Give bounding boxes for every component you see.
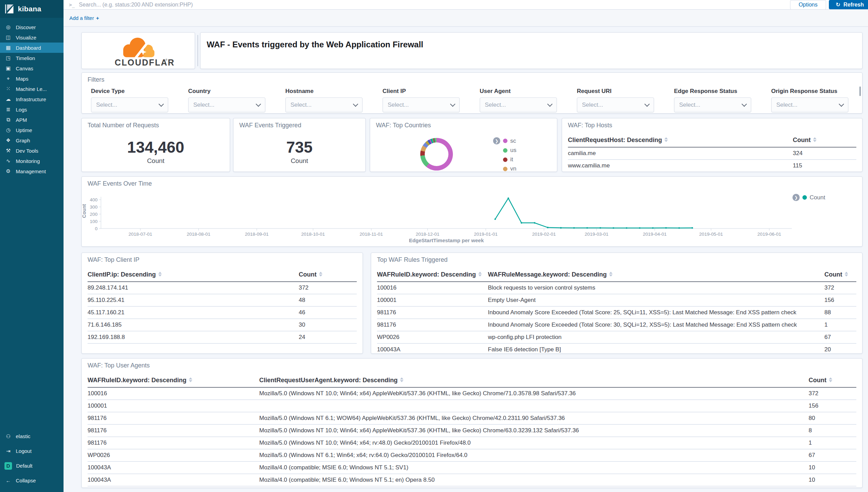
data-point[interactable] [494, 218, 496, 220]
sidebar-item-default[interactable]: DDefault [0, 458, 64, 473]
data-point[interactable] [678, 227, 680, 229]
sidebar-item-elastic[interactable]: ⚇elastic [0, 429, 64, 444]
search-input[interactable]: >_ Search... (e.g. status:200 AND extens… [64, 2, 790, 8]
refresh-button[interactable]: ↻ Refresh [829, 0, 868, 9]
sidebar-item-visualize[interactable]: ◫Visualize [0, 32, 64, 43]
sidebar-item-discover[interactable]: ◎Discover [0, 22, 64, 32]
legend-item-it[interactable]: it [493, 156, 516, 163]
table-row[interactable]: 981176Mozilla/5.0 (Windows NT 10.0; Win6… [88, 425, 856, 437]
table-row[interactable]: 100016Mozilla/5.0 (Windows NT 10.0; Win6… [88, 388, 856, 400]
table-row[interactable]: 100043AMozilla/4.0 (compatible; MSIE 6.0… [88, 462, 856, 474]
data-point[interactable] [639, 227, 641, 229]
data-point[interactable] [613, 227, 614, 229]
table-row[interactable]: 981176Mozilla/5.0 (Windows NT 6.1; WOW64… [88, 412, 856, 425]
table-row[interactable]: 100001Empty User-Agent156 [377, 294, 856, 307]
sidebar-item-graph[interactable]: ❖Graph [0, 135, 64, 145]
sort-icon[interactable] [400, 377, 403, 382]
table-row[interactable]: 95.110.225.4148 [88, 294, 357, 307]
events-line-chart[interactable]: 01002003004002018-07-012018-08-012018-09… [82, 177, 861, 247]
column-header[interactable]: WAFRuleID.keyword: Descending [377, 271, 488, 278]
table-row[interactable]: 100043AMozilla/4.0 (compatible; MSIE 6.0… [88, 474, 856, 487]
column-header[interactable]: WAFRuleID.keyword: Descending [88, 377, 259, 384]
countries-donut-chart[interactable] [420, 138, 453, 171]
sidebar-item-infrastructure[interactable]: ☁Infrastructure [0, 94, 64, 104]
column-header[interactable]: Count [809, 377, 856, 384]
column-header[interactable]: ClientIP.ip: Descending [88, 271, 299, 278]
filter-select-edge-response-status[interactable]: Select... [674, 97, 751, 113]
table-row[interactable]: WP0026Mozilla/5.0 (Windows NT 6.1; Win64… [88, 449, 856, 462]
sidebar-item-logout[interactable]: ⇥Logout [0, 444, 64, 458]
sidebar-item-machine-le[interactable]: ⁙Machine Le... [0, 84, 64, 94]
filter-select-country[interactable]: Select... [188, 97, 265, 113]
sort-icon[interactable] [158, 272, 162, 277]
options-button[interactable]: Options [790, 0, 826, 10]
add-filter-link[interactable]: Add a filter [69, 15, 94, 21]
sort-icon[interactable] [319, 272, 322, 277]
legend-label[interactable]: Count [810, 194, 825, 201]
sidebar-item-maps[interactable]: ⌖Maps [0, 73, 64, 84]
data-point[interactable] [534, 222, 536, 224]
data-point[interactable] [599, 227, 601, 229]
data-point[interactable] [665, 227, 667, 229]
legend-item-vn[interactable]: vn [493, 165, 516, 172]
sort-icon[interactable] [813, 137, 816, 142]
column-header[interactable]: ClientRequestUserAgent.keyword: Descendi… [259, 377, 809, 384]
data-point[interactable] [626, 227, 628, 229]
legend-expand-icon[interactable]: ❯ [493, 137, 500, 144]
sidebar-item-timelion[interactable]: ◳Timelion [0, 53, 64, 63]
column-header[interactable]: WAFRuleMessage.keyword: Descending [488, 271, 824, 278]
legend-item-sc[interactable]: ❯sc [493, 137, 516, 144]
data-point[interactable] [692, 227, 693, 229]
table-row[interactable]: 981176Inbound Anomaly Score Exceeded (To… [377, 319, 856, 331]
table-row[interactable]: 100016Block requests to version control … [377, 282, 856, 294]
sidebar-item-uptime[interactable]: ◷Uptime [0, 125, 64, 135]
filter-select-client-ip[interactable]: Select... [382, 97, 460, 113]
sort-icon[interactable] [829, 377, 832, 382]
column-header[interactable]: ClientRequestHost: Descending [568, 137, 793, 144]
table-row[interactable]: 981176Inbound Anomaly Score Exceeded (To… [377, 307, 856, 319]
sort-icon[interactable] [845, 272, 848, 277]
column-header[interactable]: Count [299, 271, 357, 278]
data-point[interactable] [652, 227, 654, 229]
data-point[interactable] [560, 227, 562, 229]
add-filter-plus-icon[interactable]: + [96, 15, 99, 21]
kibana-logo-row[interactable]: kibana [0, 0, 64, 18]
sidebar-item-collapse[interactable]: ←Collapse [0, 473, 64, 488]
sidebar-item-management[interactable]: ⚙Management [0, 166, 64, 176]
table-row[interactable]: 71.6.146.18530 [88, 319, 357, 331]
table-row[interactable]: www.camilia.me115 [568, 160, 856, 172]
filters-scrollbar[interactable] [859, 86, 861, 96]
table-row[interactable]: WP0026wp-config.php LFI protection67 [377, 331, 856, 344]
filter-select-user-agent[interactable]: Select... [480, 97, 557, 113]
line-series-count[interactable] [495, 198, 692, 228]
sidebar-item-logs[interactable]: ≣Logs [0, 104, 64, 115]
table-row[interactable]: 100001156 [88, 400, 856, 412]
data-point[interactable] [521, 222, 522, 224]
sidebar-item-canvas[interactable]: ▣Canvas [0, 63, 64, 73]
sort-icon[interactable] [189, 377, 192, 382]
table-row[interactable]: camilia.me324 [568, 148, 856, 160]
sidebar-item-monitoring[interactable]: ∿Monitoring [0, 156, 64, 166]
filter-select-device-type[interactable]: Select... [91, 97, 168, 113]
data-point[interactable] [507, 198, 509, 199]
data-point[interactable] [586, 227, 588, 229]
sort-icon[interactable] [609, 272, 613, 277]
table-row[interactable]: 100043AFalse IE6 detection [Type B]20 [377, 344, 856, 354]
filter-select-request-uri[interactable]: Select... [577, 97, 654, 113]
data-point[interactable] [573, 227, 575, 229]
legend-item-us[interactable]: us [493, 147, 516, 154]
table-row[interactable]: 89.248.174.141372 [88, 282, 357, 294]
table-row[interactable]: 981176Mozilla/5.0 (Windows NT 10.0; Win6… [88, 437, 856, 449]
sidebar-item-dev-tools[interactable]: ⚒Dev Tools [0, 145, 64, 156]
filter-select-hostname[interactable]: Select... [285, 97, 363, 113]
legend-expand-icon[interactable]: ❯ [792, 194, 800, 201]
sort-icon[interactable] [478, 272, 482, 277]
sidebar-item-apm[interactable]: ⧉APM [0, 115, 64, 125]
column-header[interactable]: Count [793, 137, 856, 144]
table-row[interactable]: 192.169.188.824 [88, 331, 357, 344]
data-point[interactable] [547, 227, 549, 229]
table-row[interactable]: 45.117.160.2146 [88, 307, 357, 319]
column-header[interactable]: Count [824, 271, 856, 278]
sort-icon[interactable] [664, 137, 668, 142]
filter-select-origin-response-status[interactable]: Select... [771, 97, 848, 113]
